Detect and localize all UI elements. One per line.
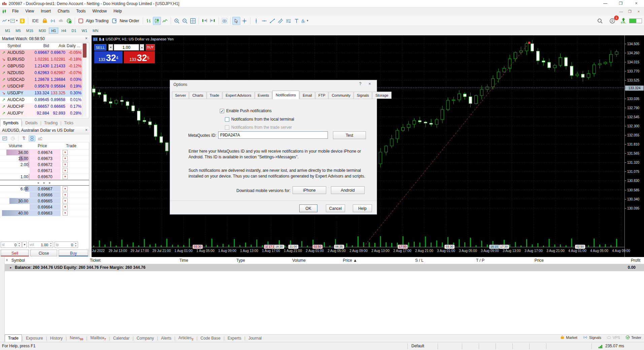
dialog-tab-notifications[interactable]: Notifications — [272, 91, 299, 99]
child-minimize-button[interactable]: — — [617, 9, 625, 14]
dom-bid-row[interactable]: 0.69666▾ — [0, 192, 89, 198]
dom-price-cell[interactable]: 0.69673 — [30, 156, 61, 161]
dom-price-cell[interactable]: 0.69663 — [30, 210, 61, 216]
dom-ticks-icon[interactable] — [37, 135, 43, 141]
stop-loss-field[interactable]: sl0 ▲▼ — [1, 242, 22, 248]
dom-bid-row[interactable]: 40.000.69663▾ — [0, 210, 89, 216]
timeframe-w1[interactable]: W1 — [79, 28, 90, 34]
dom-ask-row[interactable]: 15.000.69673▾ — [0, 156, 89, 162]
col-trade[interactable]: Trade — [66, 144, 76, 148]
dom-price-cell[interactable]: 0.69670 — [30, 174, 61, 180]
market-watch-row[interactable]: ↗AUDCAD0.896450.896580.01% — [0, 97, 87, 103]
local-terminal-checkbox-row[interactable]: Notifications from the local terminal — [225, 117, 294, 122]
order-type-dropdown[interactable]: ▼ — [22, 242, 27, 248]
channel-tool-icon[interactable] — [276, 17, 284, 25]
shapes-tool-icon[interactable]: ▼ — [301, 17, 309, 25]
dom-ask-row[interactable]: 1.000.69670▾ — [0, 174, 89, 180]
menu-item-insert[interactable]: Insert — [37, 7, 54, 16]
status-signals-button[interactable]: Signals — [583, 336, 601, 340]
vertical-line-tool-icon[interactable] — [252, 17, 260, 25]
user-notifications-icon[interactable]: 1 — [607, 17, 617, 25]
status-vps-button[interactable]: VPS — [607, 336, 620, 340]
shift-chart-end-icon[interactable] — [209, 17, 217, 25]
dom-close-icon[interactable]: × — [85, 128, 88, 132]
toolbox-tab-history[interactable]: History — [47, 335, 66, 342]
market-watch-tab-ticks[interactable]: Ticks — [61, 119, 76, 127]
take-profit-field[interactable]: tp0 ▲▼ — [55, 242, 78, 248]
screenshot-camera-icon[interactable] — [221, 17, 229, 25]
toolbox-col-price[interactable]: Price — [490, 258, 544, 263]
test-button[interactable]: Test — [333, 131, 366, 139]
dom-bid-row[interactable]: 6.000.69667▾ — [0, 186, 89, 192]
bar-chart-style-icon[interactable] — [145, 17, 153, 25]
dom-price-cell[interactable]: 0.69666 — [30, 192, 61, 198]
checkbox-checked-icon[interactable]: ✓ — [220, 109, 224, 113]
toolbox-tab-news[interactable]: News99 — [67, 335, 86, 342]
dom-ask-row[interactable]: 34.000.69674▾ — [0, 150, 89, 156]
android-button[interactable]: Android — [331, 186, 365, 194]
child-restore-button[interactable]: ❐ — [626, 9, 634, 14]
volume-field[interactable]: vol1.00 ▲▼ — [28, 242, 53, 248]
market-watch-row[interactable]: ↗NZDUSD0.629630.62967-0.07% — [0, 70, 87, 76]
dialog-help-icon[interactable]: ? — [355, 82, 365, 88]
col-volume[interactable]: Volume — [9, 144, 22, 148]
market-watch-row[interactable]: ↗USDCHF0.956780.956840.19% — [0, 83, 87, 90]
toolbox-col-ticket[interactable]: Ticket — [90, 258, 101, 263]
oct-sell-button[interactable]: SELL — [94, 44, 106, 51]
market-watch-row[interactable]: ↘EURUSD1.022811.02281-0.18% — [0, 56, 87, 63]
algo-trading-icon[interactable] — [77, 17, 85, 25]
market-watch-row[interactable]: ↘USDJPY133.324133.3250.30% — [0, 90, 87, 97]
dom-price-cell[interactable]: 0.69665 — [30, 198, 61, 204]
market-watch-tab-details[interactable]: Details — [23, 119, 40, 127]
chart-window-icon[interactable]: ▼ — [10, 17, 18, 25]
dom-trade-dropdown[interactable]: ▾ — [63, 174, 68, 179]
chart-profile-icon[interactable]: ▼ — [2, 17, 10, 25]
toolbox-col-time[interactable]: Time — [134, 258, 188, 263]
candlestick-style-icon[interactable] — [153, 17, 161, 25]
time-axis[interactable]: 29 Jul 202229 Jul 13:0029 Jul 17:0029 Ju… — [92, 247, 624, 255]
maximize-button[interactable]: ❐ — [613, 0, 629, 7]
dom-trade-dropdown[interactable]: ▾ — [63, 192, 68, 197]
menu-item-help[interactable]: Help — [110, 7, 125, 16]
timeframe-m5[interactable]: M5 — [13, 28, 23, 34]
col-bid[interactable]: Bid — [33, 43, 49, 48]
signals-icon[interactable] — [49, 17, 57, 25]
dom-ask-row[interactable]: 2.000.69672▾ — [0, 162, 89, 168]
tile-windows-icon[interactable] — [189, 17, 197, 25]
toolbox-tab-experts[interactable]: Experts — [225, 335, 244, 342]
timeframe-m1[interactable]: M1 — [3, 28, 12, 34]
oct-ask-price[interactable]: 133325 — [124, 51, 155, 63]
toolbox-col-tp[interactable]: T / P — [431, 258, 484, 263]
buy-button[interactable]: Buy — [59, 250, 88, 256]
dom-trade-dropdown[interactable]: ▾ — [63, 198, 68, 203]
menu-item-view[interactable]: View — [22, 7, 37, 16]
crosshair-tool-icon[interactable] — [240, 17, 248, 25]
timeframe-mn[interactable]: MN — [90, 28, 101, 34]
cursor-tool-icon[interactable] — [232, 17, 240, 25]
dom-price-cell[interactable]: 0.69671 — [30, 168, 61, 173]
cancel-button[interactable]: Cancel — [326, 204, 345, 212]
col-ask[interactable]: Ask — [50, 43, 65, 48]
market-watch-row[interactable]: ↗AUDUSD0.696670.69670-0.05% — [0, 50, 87, 56]
menu-item-tools[interactable]: Tools — [73, 7, 89, 16]
oct-buy-button[interactable]: BUY — [146, 44, 155, 51]
col-daily[interactable]: Daily ... — [67, 43, 80, 48]
dom-trade-dropdown[interactable]: ▾ — [63, 168, 68, 173]
col-symbol[interactable]: Symbol — [7, 43, 21, 48]
timeframe-m15[interactable]: M15 — [24, 28, 36, 34]
market-watch-row[interactable]: ↗AUDJPY92.88492.8930.28% — [0, 110, 87, 117]
trendline-tool-icon[interactable] — [268, 17, 276, 25]
dom-chart-icon[interactable] — [1, 135, 8, 141]
toolbox-close-icon[interactable]: x — [6, 258, 8, 262]
dom-price-cell[interactable]: 0.69672 — [30, 162, 61, 167]
dom-depth-icon[interactable] — [29, 135, 35, 141]
timeframe-m30[interactable]: M30 — [36, 28, 48, 34]
toolbox-tab-exposure[interactable]: Exposure — [23, 335, 46, 342]
toolbox-col-volume[interactable]: Volume — [252, 258, 306, 263]
oct-volume-input[interactable]: 1.00 — [114, 44, 139, 51]
line-chart-style-icon[interactable] — [161, 17, 169, 25]
dom-price-cell[interactable]: 0.69674 — [30, 150, 61, 155]
checkbox-unchecked-icon[interactable] — [225, 117, 229, 122]
price-axis[interactable]: 134.505134.260134.015133.770133.525133.2… — [624, 35, 644, 257]
ide-button[interactable]: IDE — [30, 17, 41, 25]
